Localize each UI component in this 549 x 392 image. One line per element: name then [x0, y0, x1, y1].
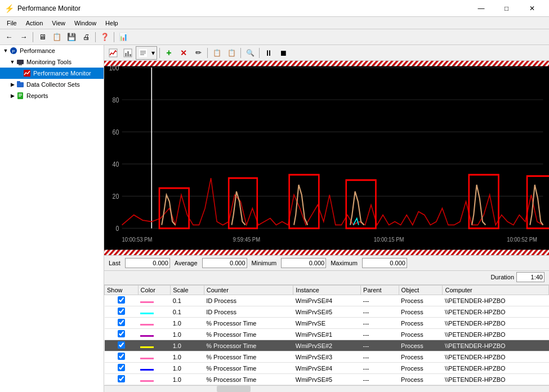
expand-arrow-dcs: ▶ — [9, 82, 16, 87]
scale-cell: 1.0 — [171, 318, 204, 329]
histogram-view-button[interactable] — [121, 47, 135, 59]
show-checkbox[interactable] — [118, 296, 125, 304]
table-row[interactable]: 0.1ID ProcessWmiPrvSE#4---Process\\PETEN… — [105, 295, 549, 306]
svg-rect-15 — [130, 54, 131, 56]
show-checkbox[interactable] — [118, 308, 125, 315]
forward-button[interactable]: → — [17, 31, 30, 43]
svg-text:20: 20 — [113, 193, 119, 200]
freeze-button[interactable]: ⏸ — [262, 47, 275, 59]
show-checkbox-cell — [105, 374, 139, 385]
copy-button[interactable]: 📋 — [210, 47, 224, 59]
scale-cell: 1.0 — [171, 329, 204, 340]
graph-view-button[interactable] — [106, 47, 120, 59]
back-button[interactable]: ← — [2, 31, 16, 43]
sidebar-item-data-collector-sets[interactable]: ▶ Data Collector Sets — [0, 79, 104, 90]
menu-file[interactable]: File — [2, 19, 21, 28]
object-cell: Process — [399, 329, 443, 340]
stop-button[interactable]: ⏹ — [276, 47, 290, 59]
show-checkbox-cell — [105, 363, 139, 374]
table-row[interactable]: 1.0% Processor TimeWmiPrvSE#2---Process\… — [105, 340, 549, 351]
table-row[interactable]: 0.1ID ProcessWmiPrvSE#5---Process\\PETEN… — [105, 306, 549, 318]
object-cell: Process — [399, 374, 443, 385]
svg-text:9:59:45 PM: 9:59:45 PM — [233, 237, 260, 243]
computer-cell: \\PETENDER-HPZBO — [443, 329, 549, 340]
close-button[interactable]: ✕ — [519, 0, 544, 17]
dcs-icon — [16, 80, 25, 89]
show-checkbox-cell — [105, 306, 139, 318]
col-computer: Computer — [443, 286, 549, 295]
show-checkbox[interactable] — [118, 330, 125, 337]
sidebar-item-performance[interactable]: ▼ P Performance — [0, 45, 104, 56]
print-button[interactable]: 🖨 — [79, 31, 93, 43]
save-button[interactable]: 💾 — [65, 31, 78, 43]
table-row[interactable]: 1.0% Processor TimeWmiPrvSE#3---Process\… — [105, 351, 549, 363]
computer-cell: \\PETENDER-HPZBO — [443, 295, 549, 306]
computer-button[interactable]: 🖥 — [35, 31, 49, 43]
duration-row: Duration — [104, 271, 549, 285]
instance-cell: WmiPrvSE#5 — [293, 374, 361, 385]
minimum-label: Minimum — [252, 260, 277, 266]
table-row[interactable]: 1.0% Processor TimeWmiPrvSE#4---Process\… — [105, 363, 549, 374]
show-checkbox[interactable] — [118, 364, 125, 371]
show-checkbox[interactable] — [118, 319, 125, 326]
maximize-button[interactable]: □ — [494, 0, 519, 17]
duration-value[interactable] — [516, 272, 544, 282]
parent-cell: --- — [361, 374, 399, 385]
sidebar-label-dcs: Data Collector Sets — [26, 81, 80, 88]
sidebar-item-monitoring-tools[interactable]: ▼ Monitoring Tools — [0, 56, 104, 68]
object-cell: Process — [399, 295, 443, 306]
object-cell: Process — [399, 351, 443, 363]
reports-icon — [16, 91, 25, 100]
console-button[interactable]: 📊 — [117, 31, 130, 43]
scale-cell: 1.0 — [171, 374, 204, 385]
menu-window[interactable]: Window — [70, 19, 101, 28]
add-counter-button[interactable]: + — [162, 47, 176, 59]
average-value[interactable] — [202, 258, 247, 268]
color-swatch — [140, 358, 154, 359]
svg-rect-11 — [109, 49, 117, 57]
svg-rect-20 — [104, 61, 549, 255]
table-row[interactable]: 1.0% Processor TimeWmiPrvSE---Process\\P… — [105, 318, 549, 329]
view-dropdown-button[interactable]: ▾ — [150, 47, 157, 59]
minimize-button[interactable]: — — [468, 0, 494, 17]
instance-cell: WmiPrvSE#4 — [293, 295, 361, 306]
svg-rect-2 — [17, 60, 24, 64]
last-value[interactable] — [125, 258, 170, 268]
parent-cell: --- — [361, 340, 399, 351]
main-toolbar: ← → 🖥 📋 💾 🖨 ❓ 📊 — [0, 29, 549, 45]
performance-icon: P — [9, 46, 18, 55]
show-checkbox[interactable] — [118, 341, 125, 349]
table-row[interactable]: 1.0% Processor TimeWmiPrvSE#1---Process\… — [105, 329, 549, 340]
menu-action[interactable]: Action — [21, 19, 48, 28]
color-cell — [138, 318, 171, 329]
content-area: ▾ + ✕ ✏ 📋 📋 🔍 ⏸ ⏹ — [104, 45, 549, 392]
instance-cell: WmiPrvSE#1 — [293, 329, 361, 340]
menu-view[interactable]: View — [47, 19, 70, 28]
paste-button[interactable]: 📋 — [225, 47, 238, 59]
delete-counter-button[interactable]: ✕ — [177, 47, 190, 59]
duration-label: Duration — [490, 274, 514, 280]
search-button[interactable]: 🔍 — [243, 47, 257, 59]
edit-counter-button[interactable]: ✏ — [191, 47, 205, 59]
color-cell — [138, 363, 171, 374]
help-button[interactable]: ❓ — [98, 31, 111, 43]
table-row[interactable]: 1.0% Processor TimeWmiPrvSE#5---Process\… — [105, 374, 549, 385]
svg-text:0: 0 — [115, 225, 119, 233]
report-view-button[interactable] — [136, 47, 150, 59]
properties-button[interactable]: 📋 — [50, 31, 64, 43]
color-swatch — [140, 369, 154, 371]
show-checkbox-cell — [105, 329, 139, 340]
pm-sep-4 — [259, 48, 260, 58]
sidebar-item-performance-monitor[interactable]: Performance Monitor — [0, 68, 104, 79]
show-checkbox[interactable] — [118, 353, 125, 360]
color-swatch — [140, 313, 154, 314]
expand-arrow-performance: ▼ — [2, 48, 9, 54]
horizontal-scrollbar[interactable] — [104, 385, 549, 392]
show-checkbox[interactable] — [118, 375, 125, 382]
sidebar-item-reports[interactable]: ▶ Reports — [0, 90, 104, 101]
minimum-value[interactable] — [281, 258, 326, 268]
menu-help[interactable]: Help — [101, 19, 123, 28]
maximum-value[interactable] — [362, 258, 407, 268]
svg-rect-13 — [125, 53, 127, 56]
col-object: Object — [399, 286, 443, 295]
